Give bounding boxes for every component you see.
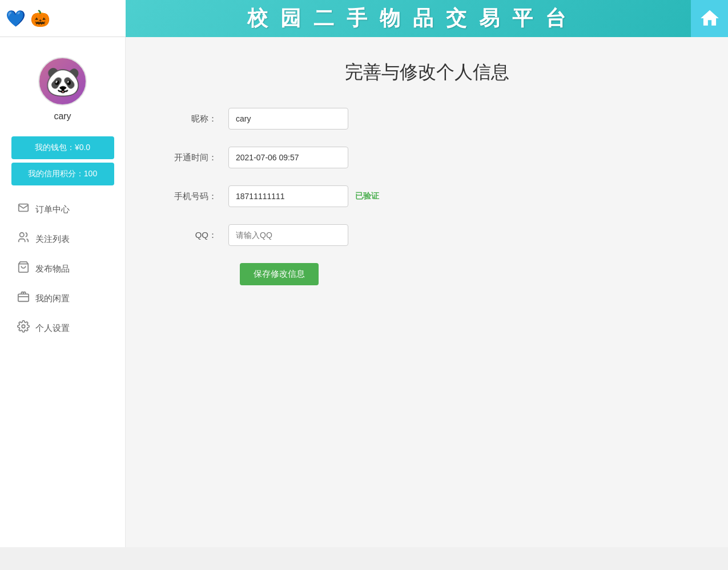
orders-label: 订单中心 — [35, 204, 70, 215]
orders-icon — [17, 201, 30, 217]
logo-area: 💙 🎃 — [0, 9, 126, 28]
nickname-row: 昵称： — [171, 108, 682, 130]
heart-icon: 💙 — [6, 9, 26, 28]
sidebar-menu: 订单中心 关注列表 发布物品 我的闲置 — [0, 195, 125, 343]
credit-button[interactable]: 我的信用积分：100 — [11, 163, 114, 185]
sidebar-item-orders[interactable]: 订单中心 — [6, 195, 119, 224]
sidebar-item-publish[interactable]: 发布物品 — [6, 254, 119, 284]
open-time-label: 开通时间： — [171, 152, 228, 163]
home-button[interactable] — [691, 0, 728, 37]
phone-row: 手机号码： 已验证 — [171, 185, 682, 207]
sidebar-item-settings[interactable]: 个人设置 — [6, 313, 119, 343]
nickname-input[interactable] — [228, 108, 348, 130]
svg-point-1 — [20, 233, 24, 237]
header: 💙 🎃 校 园 二 手 物 品 交 易 平 台 — [0, 0, 728, 37]
watchlist-icon — [17, 231, 30, 247]
main-container: 🐼 cary 我的钱包：¥0.0 我的信用积分：100 订单中心 关注列表 — [0, 37, 728, 547]
sidebar-item-idle[interactable]: 我的闲置 — [6, 284, 119, 313]
page-title: 完善与修改个人信息 — [171, 60, 682, 85]
open-time-row: 开通时间： — [171, 147, 682, 168]
avatar-panda-icon: 🐼 — [45, 67, 81, 96]
qq-input[interactable] — [228, 224, 348, 246]
nickname-label: 昵称： — [171, 114, 228, 124]
avatar: 🐼 — [38, 57, 87, 106]
sidebar-item-watchlist[interactable]: 关注列表 — [6, 224, 119, 254]
save-button[interactable]: 保存修改信息 — [240, 263, 319, 285]
site-title: 校 园 二 手 物 品 交 易 平 台 — [247, 5, 569, 33]
home-icon — [699, 7, 721, 29]
publish-icon — [17, 261, 30, 277]
qq-label: QQ： — [171, 230, 228, 241]
pumpkin-icon: 🎃 — [30, 9, 50, 28]
content-area: 完善与修改个人信息 昵称： 开通时间： 手机号码： 已验证 QQ： — [126, 37, 728, 547]
qq-row: QQ： — [171, 224, 682, 246]
open-time-input[interactable] — [228, 147, 348, 168]
publish-label: 发布物品 — [35, 264, 70, 274]
svg-point-5 — [22, 325, 25, 328]
wallet-button[interactable]: 我的钱包：¥0.0 — [11, 136, 114, 159]
phone-label: 手机号码： — [171, 191, 228, 202]
svg-rect-3 — [18, 294, 29, 301]
settings-label: 个人设置 — [35, 323, 70, 334]
idle-icon — [17, 290, 30, 306]
bottom-footer: 更多设计请关注（毕设云） bisheyun.com — [0, 547, 728, 570]
profile-form: 昵称： 开通时间： 手机号码： 已验证 QQ： 保存修改信息 — [171, 108, 682, 285]
idle-label: 我的闲置 — [35, 293, 70, 304]
username-label: cary — [54, 111, 71, 122]
title-bar: 校 园 二 手 物 品 交 易 平 台 — [126, 0, 691, 37]
sidebar: 🐼 cary 我的钱包：¥0.0 我的信用积分：100 订单中心 关注列表 — [0, 37, 126, 547]
settings-icon — [17, 320, 30, 336]
watchlist-label: 关注列表 — [35, 234, 70, 245]
verified-badge: 已验证 — [355, 191, 379, 201]
phone-input[interactable] — [228, 185, 348, 207]
user-avatar-area: 🐼 cary — [0, 48, 125, 133]
save-row: 保存修改信息 — [171, 263, 682, 285]
